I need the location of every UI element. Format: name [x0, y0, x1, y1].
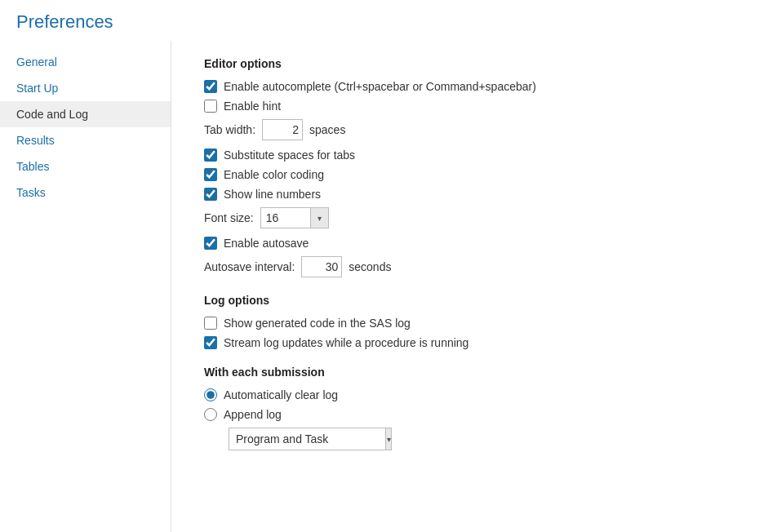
submission-title: With each submission — [204, 366, 744, 379]
autocomplete-option[interactable]: Enable autocomplete (Ctrl+spacebar or Co… — [204, 80, 536, 93]
auto-clear-radio[interactable] — [204, 388, 217, 401]
append-log-label: Append log — [224, 408, 282, 421]
font-size-select[interactable]: ▾ — [260, 207, 329, 228]
font-size-arrow[interactable]: ▾ — [310, 208, 328, 228]
autosave-interval-unit: seconds — [349, 260, 391, 273]
substitute-spaces-label: Substitute spaces for tabs — [224, 149, 355, 162]
substitute-spaces-checkbox[interactable] — [204, 149, 217, 162]
program-task-dropdown[interactable]: ▾ — [229, 428, 392, 450]
tab-width-input[interactable] — [262, 119, 303, 140]
line-numbers-checkbox[interactable] — [204, 188, 217, 201]
log-options-title: Log options — [204, 294, 744, 307]
auto-clear-option[interactable]: Automatically clear log — [204, 388, 338, 401]
font-size-label: Font size: — [204, 211, 254, 224]
autocomplete-label: Enable autocomplete (Ctrl+spacebar or Co… — [224, 80, 536, 93]
autosave-label: Enable autosave — [224, 237, 309, 250]
editor-options-title: Editor options — [204, 57, 744, 70]
stream-log-label: Stream log updates while a procedure is … — [224, 336, 468, 349]
auto-clear-label: Automatically clear log — [224, 388, 338, 401]
stream-log-option[interactable]: Stream log updates while a procedure is … — [204, 336, 468, 349]
sidebar-item-start-up[interactable]: Start Up — [0, 75, 171, 101]
substitute-spaces-option[interactable]: Substitute spaces for tabs — [204, 149, 355, 162]
autosave-option[interactable]: Enable autosave — [204, 237, 309, 250]
sidebar-item-code-and-log[interactable]: Code and Log — [0, 101, 171, 127]
append-log-radio[interactable] — [204, 408, 217, 421]
line-numbers-option[interactable]: Show line numbers — [204, 188, 321, 201]
program-task-arrow[interactable]: ▾ — [385, 428, 391, 450]
autosave-interval-label: Autosave interval: — [204, 260, 295, 273]
append-log-option[interactable]: Append log — [204, 408, 282, 421]
autosave-checkbox[interactable] — [204, 237, 217, 250]
color-coding-option[interactable]: Enable color coding — [204, 168, 324, 181]
font-size-input[interactable] — [261, 208, 310, 228]
hint-option[interactable]: Enable hint — [204, 100, 281, 113]
page-title: Preferences — [0, 0, 777, 41]
main-content: Editor options Enable autocomplete (Ctrl… — [171, 41, 777, 532]
color-coding-label: Enable color coding — [224, 168, 324, 181]
tab-width-unit: spaces — [309, 123, 345, 136]
sidebar-item-results[interactable]: Results — [0, 127, 171, 153]
show-generated-label: Show generated code in the SAS log — [224, 317, 411, 330]
show-generated-checkbox[interactable] — [204, 317, 217, 330]
autocomplete-checkbox[interactable] — [204, 80, 217, 93]
hint-checkbox[interactable] — [204, 100, 217, 113]
sidebar-item-tasks[interactable]: Tasks — [0, 180, 171, 206]
show-generated-option[interactable]: Show generated code in the SAS log — [204, 317, 411, 330]
line-numbers-label: Show line numbers — [224, 188, 321, 201]
color-coding-checkbox[interactable] — [204, 168, 217, 181]
autosave-interval-input[interactable] — [301, 256, 342, 277]
sidebar-item-tables[interactable]: Tables — [0, 153, 171, 180]
tab-width-label: Tab width: — [204, 123, 255, 136]
sidebar: GeneralStart UpCode and LogResultsTables… — [0, 41, 171, 532]
stream-log-checkbox[interactable] — [204, 336, 217, 349]
sidebar-item-general[interactable]: General — [0, 49, 171, 75]
hint-label: Enable hint — [224, 100, 281, 113]
program-task-input[interactable] — [229, 431, 385, 447]
